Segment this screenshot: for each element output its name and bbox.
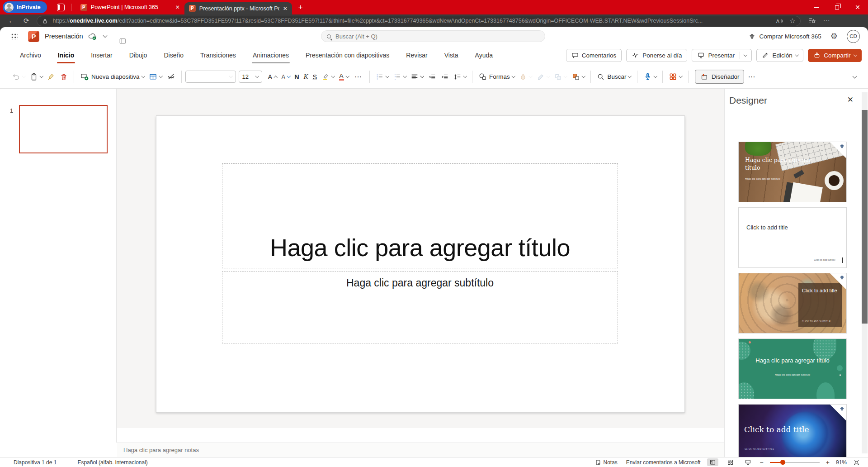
notes-toggle-button[interactable]: Notas [593, 459, 620, 466]
font-name-dropdown-icon[interactable] [229, 74, 233, 78]
find-dropdown-icon[interactable] [628, 74, 632, 78]
slide-sorter-view-button[interactable] [725, 458, 736, 466]
share-button[interactable]: Compartir [808, 49, 862, 62]
design-suggestion-4[interactable]: Haga clic para agregar título Haga clic … [738, 338, 847, 399]
shapes-button[interactable]: Formas [476, 71, 517, 83]
slide-1-thumbnail[interactable] [19, 105, 108, 153]
app-launcher-icon[interactable] [10, 33, 18, 40]
restore-button[interactable] [826, 0, 847, 14]
layout-dropdown-icon[interactable] [159, 74, 163, 78]
ribbon-tab-transiciones[interactable]: Transiciones [199, 49, 237, 62]
underline-button[interactable]: S [310, 71, 319, 82]
design-suggestion-1[interactable]: Haga clic para agregar título Haga clic … [738, 142, 847, 202]
ribbon-tab-ayuda[interactable]: Ayuda [474, 49, 494, 62]
paste-dropdown-icon[interactable] [39, 74, 43, 78]
font-name-combo[interactable] [185, 71, 236, 83]
numbering-button[interactable] [391, 71, 409, 83]
comments-button[interactable]: Comentarios [566, 49, 622, 62]
undo-button[interactable] [10, 71, 28, 83]
slide-canvas[interactable]: Haga clic para agregar título Haga clic … [156, 115, 685, 413]
design-suggestion-2[interactable]: Click to add title Click to add subtitle [738, 207, 847, 268]
inprivate-badge[interactable]: InPrivate [3, 1, 47, 13]
zoom-level[interactable]: 91% [836, 459, 847, 466]
ribbon-tab-diseno[interactable]: Diseño [163, 49, 184, 62]
font-size-dropdown-icon[interactable] [255, 74, 259, 78]
favorite-star-icon[interactable]: ☆ [789, 17, 795, 25]
format-painter-button[interactable] [45, 71, 57, 83]
more-font-options-button[interactable]: ⋯ [351, 72, 366, 81]
document-title[interactable]: Presentación [45, 33, 83, 40]
bold-button[interactable]: N [292, 71, 301, 82]
shape-fill-button[interactable] [517, 71, 534, 83]
ribbon-tab-archivo[interactable]: Archivo [19, 49, 42, 62]
numbering-dropdown-icon[interactable] [403, 74, 406, 78]
paste-button[interactable] [28, 71, 45, 83]
hide-slide-button[interactable] [165, 71, 178, 83]
font-color-dropdown-icon[interactable] [345, 74, 349, 78]
share-dropdown-icon[interactable] [853, 53, 857, 57]
collapse-panel-icon[interactable] [118, 37, 127, 45]
more-commands-button[interactable]: ⋯ [744, 72, 759, 81]
grow-font-button[interactable]: A [266, 71, 279, 82]
dictate-button[interactable] [641, 71, 659, 83]
tab-close-icon[interactable]: ✕ [175, 4, 180, 10]
read-aloud-icon[interactable]: A [775, 17, 783, 25]
tab-close-icon[interactable]: ✕ [283, 5, 288, 12]
zoom-out-button[interactable]: − [760, 459, 764, 466]
zoom-slider-handle[interactable] [780, 460, 785, 465]
views-dropdown-icon[interactable] [679, 74, 683, 78]
font-color-button[interactable]: A [337, 71, 351, 82]
designer-toggle-button[interactable]: Diseñador [695, 70, 745, 84]
browser-tab-presentation[interactable]: P Presentación.pptx - Microsoft Pow ✕ [184, 2, 292, 14]
arrange-button[interactable] [569, 71, 587, 83]
title-placeholder[interactable]: Haga clic para agregar título [222, 163, 618, 268]
shape-effects-button[interactable] [552, 71, 569, 83]
subtitle-placeholder[interactable]: Haga clic para agregar subtítulo [222, 271, 618, 343]
designer-scrollbar-thumb[interactable] [862, 110, 868, 324]
browser-tab-powerpoint[interactable]: P PowerPoint | Microsoft 365 ✕ [76, 0, 184, 14]
new-slide-dropdown-icon[interactable] [141, 74, 145, 78]
line-spacing-dropdown-icon[interactable] [463, 74, 467, 78]
back-icon[interactable]: ← [8, 17, 15, 25]
powerpoint-logo-icon[interactable]: P [28, 31, 39, 42]
font-size-combo[interactable]: 12 [239, 71, 262, 83]
editing-dropdown-icon[interactable] [795, 53, 799, 57]
ribbon-tab-dibujo[interactable]: Dibujo [128, 49, 148, 62]
ribbon-tab-vista[interactable]: Vista [443, 49, 459, 62]
shape-outline-button[interactable] [534, 71, 552, 83]
collapse-ribbon-icon[interactable] [853, 74, 857, 78]
bullets-dropdown-icon[interactable] [386, 74, 389, 78]
indent-button[interactable] [439, 71, 451, 83]
search-box[interactable] [321, 30, 545, 42]
views-button[interactable] [666, 71, 684, 83]
ribbon-tab-animaciones[interactable]: Animaciones [252, 49, 290, 62]
shapes-dropdown-icon[interactable] [512, 74, 515, 78]
highlight-dropdown-icon[interactable] [331, 74, 335, 78]
italic-button[interactable]: K [302, 71, 311, 82]
editing-mode-button[interactable]: Edición [756, 49, 803, 62]
title-dropdown-icon[interactable] [103, 33, 107, 38]
zoom-in-button[interactable]: + [826, 459, 830, 466]
ribbon-tab-insertar[interactable]: Insertar [90, 49, 113, 62]
settings-gear-icon[interactable]: ⚙ [830, 31, 838, 41]
minimize-button[interactable] [806, 0, 826, 14]
saved-cloud-icon[interactable] [88, 32, 97, 40]
language-status[interactable]: Español (alfab. internacional) [77, 459, 147, 466]
shrink-font-button[interactable]: A [279, 72, 292, 82]
feedback-link[interactable]: Enviar comentarios a Microsoft [626, 459, 701, 466]
normal-view-button[interactable] [707, 458, 718, 466]
buy-microsoft365-button[interactable]: Comprar Microsoft 365 [748, 33, 821, 40]
catch-up-button[interactable]: Ponerse al día [626, 49, 687, 62]
zoom-slider[interactable] [770, 462, 820, 463]
collections-icon[interactable] [808, 17, 816, 25]
account-avatar[interactable]: CD [847, 30, 860, 43]
search-input[interactable] [335, 33, 516, 40]
slideshow-view-button[interactable] [742, 458, 754, 466]
design-suggestion-5[interactable]: Click to add title CLICK TO ADD SUBTITLE [738, 404, 847, 465]
notes-bar[interactable]: Haga clic para agregar notas [117, 443, 724, 457]
layout-button[interactable] [146, 71, 165, 83]
align-dropdown-icon[interactable] [420, 74, 424, 78]
close-button[interactable]: ✕ [847, 0, 868, 14]
browser-menu-icon[interactable]: ⋯ [823, 17, 830, 25]
designer-close-icon[interactable]: ✕ [847, 95, 854, 105]
